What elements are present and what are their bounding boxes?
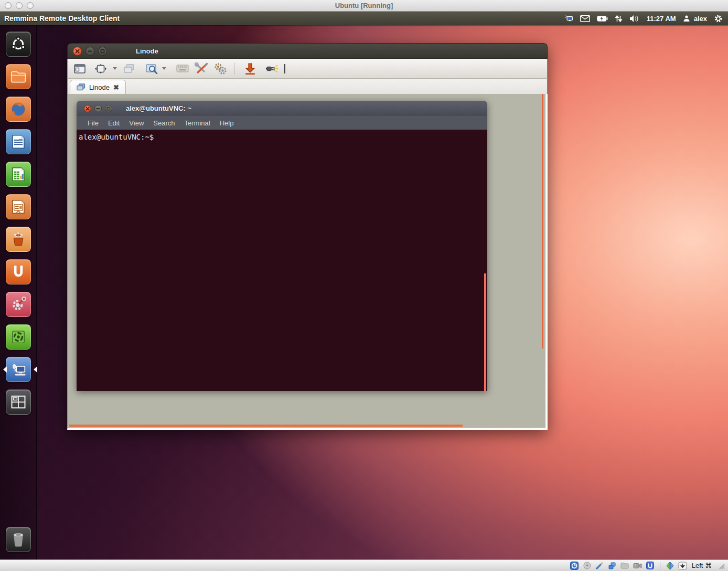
clock[interactable]: 11:27 AM (647, 15, 676, 23)
screen: Ubuntu [Running] Remmina Remote Desktop … (0, 0, 728, 571)
menu-terminal[interactable]: Terminal (180, 119, 215, 127)
statusbar-separator (660, 562, 660, 569)
mac-window-title: Ubuntu [Running] (0, 2, 728, 9)
ubuntu-top-panel: Remmina Remote Desktop Client 11:27 AM a… (0, 12, 728, 25)
launcher-item-software-center[interactable] (6, 227, 31, 252)
scale-dropdown-caret-icon[interactable] (113, 67, 117, 72)
launcher-item-libreoffice-impress[interactable] (6, 194, 31, 219)
import-icon[interactable] (243, 62, 257, 76)
mac-zoom-button[interactable] (27, 2, 34, 9)
mac-traffic-lights (5, 2, 34, 9)
launcher-item-update-manager[interactable] (6, 324, 31, 350)
video-capture-indicator-icon[interactable] (633, 561, 642, 570)
zoom-dropdown-caret-icon[interactable] (162, 67, 166, 72)
toolbar-separator (234, 63, 234, 75)
keyboard-capture-indicator-icon[interactable] (678, 561, 687, 570)
battery-icon[interactable] (597, 16, 608, 22)
mac-close-button[interactable] (5, 2, 12, 9)
tab-linode[interactable]: Linode ✖ (70, 80, 126, 94)
terminal-window-title: alex@ubuntuVNC: ~ (126, 104, 191, 112)
launcher-focused-arrow-icon (30, 366, 37, 373)
launcher-item-ubuntu-one[interactable] (6, 259, 31, 284)
preferences-tools-icon[interactable] (195, 62, 208, 76)
keyboard-grab-icon[interactable] (176, 62, 189, 76)
remote-desktop-view[interactable]: alex@ubuntuVNC: ~ File Edit View Search … (67, 94, 548, 430)
window-close-button[interactable] (73, 47, 82, 56)
terminal-maximize-button[interactable] (105, 105, 112, 112)
remmina-toolbar (67, 59, 548, 79)
terminal-minimize-button[interactable] (94, 105, 102, 112)
unity-launcher (0, 25, 37, 559)
network-indicator-icon[interactable] (595, 561, 604, 570)
network-transfer-icon[interactable] (615, 15, 623, 23)
menu-file[interactable]: File (83, 119, 103, 127)
host-key-label: Left ⌘ (692, 562, 712, 569)
terminal-body[interactable]: alex@ubuntuVNC:~$ (77, 130, 487, 391)
zoom-icon[interactable] (145, 62, 159, 76)
tab-label: Linode (89, 83, 110, 91)
vbox-statusbar: Left ⌘ (0, 559, 728, 571)
shared-folders-indicator-icon[interactable] (620, 561, 629, 570)
shared-clipboard-indicator-icon[interactable] (608, 561, 617, 570)
tab-window-icon (77, 83, 85, 91)
launcher-item-libreoffice-writer[interactable] (6, 129, 31, 154)
launcher-item-libreoffice-calc[interactable] (6, 162, 31, 187)
fullscreen-icon[interactable] (73, 62, 87, 76)
optical-drives-indicator-icon[interactable] (583, 561, 592, 570)
resize-grip[interactable] (718, 562, 725, 569)
vnc-artifact-terminal-edge-line (484, 273, 486, 392)
toolbar-text-cursor (284, 64, 285, 73)
mouse-integration-indicator-icon[interactable] (666, 561, 675, 570)
remmina-window: Linode (67, 43, 548, 430)
launcher-item-firefox[interactable] (6, 97, 31, 122)
scale-window-icon[interactable] (92, 62, 110, 76)
duplicate-connection-icon[interactable] (122, 62, 136, 76)
remmina-window-buttons (73, 47, 111, 56)
user-name[interactable]: alex (694, 15, 707, 23)
window-maximize-button[interactable] (98, 47, 107, 56)
settings-gears-icon[interactable] (213, 62, 227, 76)
usb-features-indicator-icon[interactable] (646, 561, 655, 570)
window-minimize-button[interactable] (85, 47, 94, 56)
mac-titlebar: Ubuntu [Running] (0, 0, 728, 12)
remote-desktop-indicator-icon[interactable] (564, 14, 573, 23)
vnc-artifact-right-line (542, 94, 543, 348)
tab-close-icon[interactable]: ✖ (113, 83, 119, 91)
menu-edit[interactable]: Edit (103, 119, 124, 127)
terminal-titlebar[interactable]: alex@ubuntuVNC: ~ (77, 101, 487, 116)
menu-view[interactable]: View (124, 119, 148, 127)
launcher-item-trash[interactable] (6, 527, 31, 552)
remmina-tabbar: Linode ✖ (67, 79, 548, 94)
disconnect-plug-icon[interactable] (265, 62, 279, 76)
mac-minimize-button[interactable] (16, 2, 23, 9)
launcher-item-home-folder[interactable] (6, 64, 31, 89)
volume-icon[interactable] (629, 15, 640, 23)
terminal-prompt: alex@ubuntuVNC:~$ (79, 133, 154, 141)
session-gear-icon[interactable] (714, 14, 723, 23)
user-icon[interactable] (683, 15, 690, 22)
mail-icon[interactable] (580, 15, 590, 22)
terminal-close-button[interactable] (84, 105, 91, 112)
launcher-item-remmina[interactable] (6, 357, 31, 382)
vnc-artifact-bottom-line (69, 425, 463, 427)
terminal-menubar: File Edit View Search Terminal Help (77, 116, 487, 130)
terminal-window: alex@ubuntuVNC: ~ File Edit View Search … (77, 101, 487, 391)
panel-app-title[interactable]: Remmina Remote Desktop Client (4, 14, 120, 23)
hard-disks-indicator-icon[interactable] (570, 561, 579, 570)
launcher-item-workspace-switcher[interactable] (6, 389, 31, 415)
launcher-running-arrow-icon (0, 366, 7, 373)
menu-help[interactable]: Help (215, 119, 239, 127)
remmina-window-title: Linode (136, 47, 158, 55)
menu-search[interactable]: Search (148, 119, 179, 127)
system-tray: 11:27 AM alex (564, 14, 723, 23)
remmina-titlebar[interactable]: Linode (67, 43, 548, 59)
launcher-item-system-settings[interactable] (6, 292, 31, 317)
launcher-item-dash-home[interactable] (6, 31, 31, 57)
